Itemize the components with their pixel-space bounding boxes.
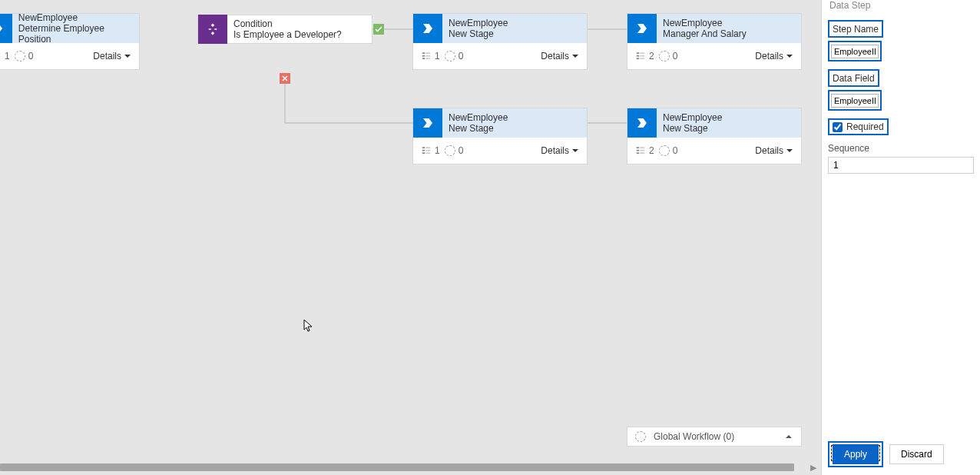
svg-rect-26 (425, 150, 430, 151)
mouse-cursor (303, 319, 314, 333)
svg-rect-14 (425, 55, 430, 57)
properties-panel: Data Step Step Name Data Field Required … (821, 0, 980, 475)
stage-node-manager-salary[interactable]: NewEmployee Manager And Salary 2 0 Detai… (627, 13, 802, 70)
svg-rect-13 (422, 55, 425, 57)
condition-node[interactable]: Condition Is Employee a Developer? (197, 15, 372, 44)
stage-node-determine-position[interactable]: NewEmployee Determine Employee Position … (0, 13, 140, 70)
svg-rect-21 (637, 58, 640, 59)
step-name-input[interactable] (831, 45, 879, 58)
steps-count: 2 (635, 51, 654, 61)
node-title: NewEmployee (449, 18, 508, 28)
node-subtitle: Manager And Salary (663, 28, 747, 39)
svg-rect-33 (637, 152, 640, 154)
node-title: NewEmployee (663, 112, 722, 123)
steps-count: 1 (421, 145, 440, 156)
details-button[interactable]: Details (755, 51, 793, 61)
step-name-label: Step Name (829, 22, 882, 36)
branch-count: 0 (445, 51, 464, 61)
stage-icon (0, 14, 12, 43)
data-field-label: Data Field (829, 71, 878, 85)
svg-rect-17 (637, 52, 640, 54)
steps-count: 2 (635, 145, 654, 156)
node-subtitle: Determine Employee Position (18, 23, 139, 45)
connectors (0, 0, 821, 475)
flow-canvas[interactable]: NewEmployee Determine Employee Position … (0, 0, 821, 475)
condition-no-icon (280, 73, 290, 84)
chevron-up-icon (784, 432, 793, 441)
svg-rect-24 (425, 147, 430, 148)
svg-rect-32 (640, 150, 644, 151)
svg-rect-25 (422, 150, 425, 151)
node-title: NewEmployee (449, 112, 508, 123)
svg-rect-18 (640, 52, 644, 54)
svg-rect-30 (640, 147, 644, 148)
sequence-label: Sequence (828, 143, 974, 154)
node-title: Condition (233, 18, 342, 29)
branch-count: 0 (659, 145, 678, 156)
sequence-input[interactable] (828, 157, 974, 174)
svg-rect-11 (422, 52, 425, 54)
branch-count: 0 (445, 145, 464, 156)
required-label: Required (846, 121, 884, 132)
svg-rect-31 (637, 150, 640, 151)
details-button[interactable]: Details (755, 145, 793, 156)
node-subtitle: New Stage (449, 123, 508, 134)
workflow-icon (635, 431, 646, 442)
branch-count: 0 (659, 51, 678, 61)
details-button[interactable]: Details (541, 145, 579, 156)
stage-node-new-stage-top[interactable]: NewEmployee New Stage 1 0 Details (412, 13, 588, 70)
stage-icon (627, 14, 657, 43)
discard-button[interactable]: Discard (889, 444, 944, 464)
svg-rect-22 (640, 58, 644, 59)
svg-rect-34 (640, 152, 644, 154)
details-button[interactable]: Details (541, 51, 579, 61)
stage-icon (627, 108, 657, 138)
steps-count: 1 (0, 51, 10, 61)
stage-node-new-stage-bottom-right[interactable]: NewEmployee New Stage 2 0 Details (627, 108, 802, 164)
data-field-input[interactable] (831, 94, 879, 108)
svg-rect-27 (422, 152, 425, 154)
details-button[interactable]: Details (93, 51, 131, 61)
node-subtitle: New Stage (449, 28, 508, 39)
stage-icon (413, 108, 442, 138)
global-workflow-bar[interactable]: Global Workflow (0) (627, 427, 802, 447)
svg-rect-23 (422, 147, 425, 148)
condition-yes-icon (373, 24, 384, 35)
condition-icon (198, 15, 227, 44)
apply-button[interactable]: Apply (833, 444, 879, 464)
global-workflow-label: Global Workflow (0) (654, 431, 734, 442)
horizontal-scrollbar[interactable] (0, 463, 794, 471)
svg-rect-20 (640, 55, 644, 57)
branch-count: 0 (15, 51, 34, 61)
node-subtitle: Is Employee a Developer? (233, 29, 342, 40)
stage-node-new-stage-bottom-left[interactable]: NewEmployee New Stage 1 0 Details (412, 108, 588, 164)
panel-header: Data Step (828, 0, 974, 15)
node-title: NewEmployee (663, 18, 747, 28)
svg-rect-16 (425, 58, 430, 59)
node-subtitle: New Stage (663, 123, 722, 134)
required-checkbox[interactable] (833, 122, 843, 132)
svg-rect-28 (425, 152, 430, 154)
stage-icon (413, 14, 442, 43)
scroll-right-arrow[interactable]: ▶ (810, 463, 816, 473)
node-title: NewEmployee (18, 12, 139, 23)
svg-rect-12 (425, 52, 430, 54)
svg-rect-29 (637, 147, 640, 148)
svg-rect-15 (422, 58, 425, 59)
steps-count: 1 (421, 51, 440, 61)
svg-rect-19 (637, 55, 640, 57)
